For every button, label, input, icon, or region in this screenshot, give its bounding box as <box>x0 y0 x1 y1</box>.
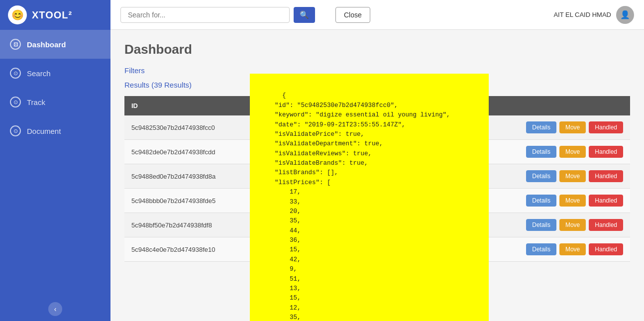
sidebar-collapse-button[interactable]: ‹ <box>48 302 62 316</box>
sidebar-item-track[interactable]: ⊙ Track <box>0 88 110 116</box>
sidebar: 😊 XTOOL² ⊡ Dashboard ⊙ Search ⊙ Track ⊙ … <box>0 0 110 321</box>
move-button[interactable]: Move <box>559 146 586 158</box>
handled-button[interactable]: Handled <box>589 243 623 255</box>
document-icon: ⊙ <box>10 125 21 136</box>
main-area: 🔍 Close AIT EL CAID HMAD 👤 Dashboard Fil… <box>110 0 644 321</box>
handled-button[interactable]: Handled <box>589 170 623 182</box>
move-button[interactable]: Move <box>559 219 586 231</box>
search-icon: 🔍 <box>300 10 309 19</box>
json-content: { "id": "5c9482530e7b2d474938fcc0", "key… <box>260 92 450 321</box>
handled-button[interactable]: Handled <box>589 195 623 207</box>
search-button[interactable]: 🔍 <box>294 7 315 23</box>
details-button[interactable]: Details <box>526 170 556 182</box>
sidebar-item-search-label: Search <box>27 69 51 78</box>
details-button[interactable]: Details <box>526 195 556 207</box>
details-button[interactable]: Details <box>526 121 556 133</box>
track-icon: ⊙ <box>10 97 21 107</box>
details-button[interactable]: Details <box>526 219 556 231</box>
avatar-img: 👤 <box>620 10 630 19</box>
handled-button[interactable]: Handled <box>589 121 623 133</box>
sidebar-logo: 😊 XTOOL² <box>0 0 110 30</box>
search-input[interactable] <box>120 7 290 23</box>
json-overlay: { "id": "5c9482530e7b2d474938fcc0", "key… <box>250 74 489 321</box>
user-avatar: 👤 <box>616 6 634 24</box>
logo-icon: 😊 <box>8 5 27 24</box>
filters-link[interactable]: Filters <box>124 66 145 75</box>
handled-button[interactable]: Handled <box>589 219 623 231</box>
sidebar-nav: ⊡ Dashboard ⊙ Search ⊙ Track ⊙ Document <box>0 30 110 297</box>
close-button[interactable]: Close <box>335 7 370 23</box>
sidebar-item-document[interactable]: ⊙ Document <box>0 116 110 145</box>
details-button[interactable]: Details <box>526 146 556 158</box>
sidebar-item-search[interactable]: ⊙ Search <box>0 59 110 88</box>
sidebar-item-document-label: Document <box>27 127 61 135</box>
sidebar-item-dashboard[interactable]: ⊡ Dashboard <box>0 30 110 59</box>
dashboard-icon: ⊡ <box>10 39 21 50</box>
handled-button[interactable]: Handled <box>589 146 623 158</box>
page-title: Dashboard <box>124 42 630 57</box>
move-button[interactable]: Move <box>559 243 586 255</box>
sidebar-item-track-label: Track <box>27 98 45 107</box>
search-bar: 🔍 <box>120 7 329 23</box>
logo-text: XTOOL² <box>32 9 72 21</box>
sidebar-item-dashboard-label: Dashboard <box>27 40 66 49</box>
move-button[interactable]: Move <box>559 170 586 182</box>
move-button[interactable]: Move <box>559 195 586 207</box>
search-nav-icon: ⊙ <box>10 68 21 79</box>
details-button[interactable]: Details <box>526 243 556 255</box>
user-name: AIT EL CAID HMAD <box>553 11 611 18</box>
header: 🔍 Close AIT EL CAID HMAD 👤 <box>110 0 644 30</box>
header-right: AIT EL CAID HMAD 👤 <box>553 6 634 24</box>
move-button[interactable]: Move <box>559 121 586 133</box>
content-area: Dashboard Filters Results (39 Results) I… <box>110 30 644 321</box>
